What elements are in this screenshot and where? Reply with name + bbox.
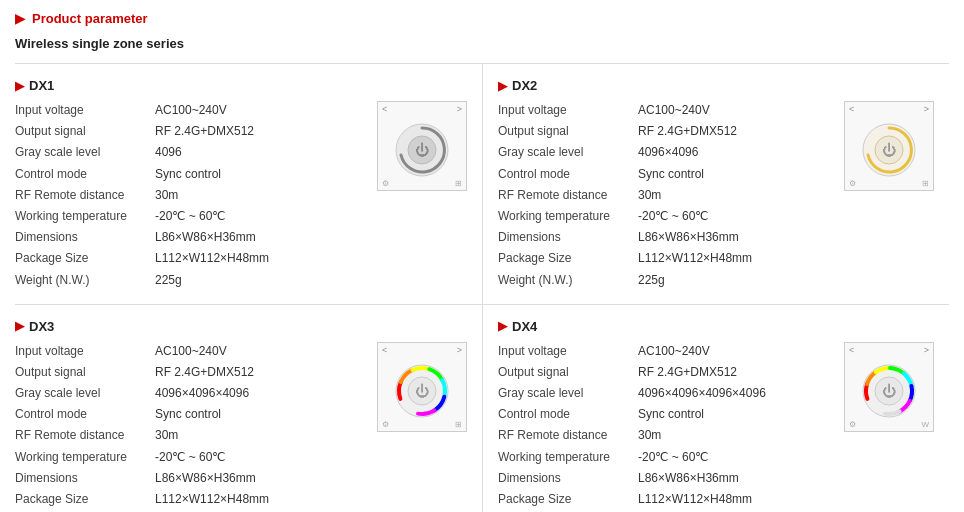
spec-label: Control mode (15, 405, 155, 424)
spec-label: RF Remote distance (15, 186, 155, 205)
spec-row: Output signalRF 2.4G+DMX512 (498, 122, 834, 141)
svg-text:⏻: ⏻ (882, 142, 896, 158)
image-nav-arrows: <> (378, 345, 466, 355)
product-section-dx3: ▶DX3Input voltageAC100~240VOutput signal… (15, 304, 482, 512)
spec-label: Gray scale level (15, 384, 155, 403)
spec-value: AC100~240V (155, 342, 227, 361)
header-arrow: ▶ (15, 10, 26, 26)
svg-text:⏻: ⏻ (882, 383, 896, 399)
spec-row: Package SizeL112×W112×H48mm (15, 490, 367, 509)
spec-value: 30m (638, 426, 661, 445)
spec-row: Package SizeL112×W112×H48mm (498, 249, 834, 268)
spec-label: Weight (N.W.) (15, 271, 155, 290)
product-image-dx4: <>⏻⚙W (844, 342, 934, 432)
spec-label: Dimensions (15, 469, 155, 488)
spec-label: Dimensions (15, 228, 155, 247)
spec-value: 30m (155, 426, 178, 445)
product-content-dx2: Input voltageAC100~240VOutput signalRF 2… (498, 101, 934, 292)
products-grid: ▶DX1Input voltageAC100~240VOutput signal… (15, 63, 949, 512)
product-section-dx4: ▶DX4Input voltageAC100~240VOutput signal… (482, 304, 949, 512)
product-specs-dx1: Input voltageAC100~240VOutput signalRF 2… (15, 101, 367, 292)
spec-label: Input voltage (15, 342, 155, 361)
product-content-dx4: Input voltageAC100~240VOutput signalRF 2… (498, 342, 934, 512)
spec-value: L112×W112×H48mm (638, 249, 752, 268)
spec-label: Package Size (15, 490, 155, 509)
spec-label: RF Remote distance (15, 426, 155, 445)
spec-value: Sync control (155, 405, 221, 424)
image-bottom-text: ⚙W (845, 420, 933, 429)
spec-label: Output signal (15, 122, 155, 141)
svg-text:⏻: ⏻ (415, 142, 429, 158)
spec-value: -20℃ ~ 60℃ (638, 448, 708, 467)
spec-value: L112×W112×H48mm (638, 490, 752, 509)
spec-row: Working temperature-20℃ ~ 60℃ (498, 207, 834, 226)
spec-value: 225g (155, 271, 182, 290)
spec-value: Sync control (155, 165, 221, 184)
spec-label: Input voltage (498, 101, 638, 120)
spec-value: Sync control (638, 165, 704, 184)
product-label: DX3 (29, 319, 54, 334)
spec-row: Gray scale level4096 (15, 143, 367, 162)
spec-label: Package Size (15, 249, 155, 268)
product-arrow: ▶ (15, 319, 24, 333)
spec-row: Input voltageAC100~240V (15, 101, 367, 120)
image-bottom-text: ⚙⊞ (378, 179, 466, 188)
spec-row: DimensionsL86×W86×H36mm (15, 469, 367, 488)
spec-value: RF 2.4G+DMX512 (155, 363, 254, 382)
spec-row: RF Remote distance30m (498, 426, 834, 445)
spec-label: Package Size (498, 490, 638, 509)
spec-value: L86×W86×H36mm (638, 228, 739, 247)
spec-label: Weight (N.W.) (498, 271, 638, 290)
product-specs-dx4: Input voltageAC100~240VOutput signalRF 2… (498, 342, 834, 512)
spec-row: Control modeSync control (15, 165, 367, 184)
spec-label: Working temperature (15, 207, 155, 226)
image-nav-arrows: <> (378, 104, 466, 114)
spec-label: Working temperature (498, 207, 638, 226)
product-name-dx4: ▶DX4 (498, 319, 934, 334)
spec-value: Sync control (638, 405, 704, 424)
product-name-dx1: ▶DX1 (15, 78, 467, 93)
section-title: Wireless single zone series (15, 36, 949, 51)
spec-label: Output signal (498, 363, 638, 382)
product-image-dx3: <>⏻⚙⊞ (377, 342, 467, 432)
product-label: DX1 (29, 78, 54, 93)
product-content-dx1: Input voltageAC100~240VOutput signalRF 2… (15, 101, 467, 292)
spec-row: Package SizeL112×W112×H48mm (15, 249, 367, 268)
image-nav-arrows: <> (845, 104, 933, 114)
spec-label: RF Remote distance (498, 186, 638, 205)
spec-label: Dimensions (498, 469, 638, 488)
spec-label: Input voltage (498, 342, 638, 361)
spec-value: 4096 (155, 143, 182, 162)
spec-row: RF Remote distance30m (498, 186, 834, 205)
spec-label: Control mode (498, 405, 638, 424)
product-arrow: ▶ (498, 79, 507, 93)
product-section-dx1: ▶DX1Input voltageAC100~240VOutput signal… (15, 63, 482, 304)
spec-value: L86×W86×H36mm (638, 469, 739, 488)
page-header: ▶ Product parameter (15, 10, 949, 26)
spec-value: 30m (638, 186, 661, 205)
spec-value: AC100~240V (638, 342, 710, 361)
svg-text:⏻: ⏻ (415, 383, 429, 399)
spec-value: 4096×4096×4096 (155, 384, 249, 403)
spec-row: DimensionsL86×W86×H36mm (498, 228, 834, 247)
page-title: Product parameter (32, 11, 148, 26)
spec-label: RF Remote distance (498, 426, 638, 445)
spec-value: 4096×4096×4096×4096 (638, 384, 766, 403)
spec-row: Package SizeL112×W112×H48mm (498, 490, 834, 509)
spec-value: L112×W112×H48mm (155, 249, 269, 268)
product-content-dx3: Input voltageAC100~240VOutput signalRF 2… (15, 342, 467, 512)
spec-value: -20℃ ~ 60℃ (638, 207, 708, 226)
product-arrow: ▶ (15, 79, 24, 93)
spec-label: Gray scale level (498, 384, 638, 403)
spec-label: Gray scale level (498, 143, 638, 162)
spec-label: Control mode (498, 165, 638, 184)
spec-value: AC100~240V (638, 101, 710, 120)
product-name-dx2: ▶DX2 (498, 78, 934, 93)
spec-row: Output signalRF 2.4G+DMX512 (15, 122, 367, 141)
product-image-dx2: <>⏻⚙⊞ (844, 101, 934, 191)
spec-value: L86×W86×H36mm (155, 228, 256, 247)
spec-row: Weight (N.W.)225g (15, 271, 367, 290)
spec-label: Output signal (498, 122, 638, 141)
spec-row: Output signalRF 2.4G+DMX512 (498, 363, 834, 382)
product-specs-dx3: Input voltageAC100~240VOutput signalRF 2… (15, 342, 367, 512)
